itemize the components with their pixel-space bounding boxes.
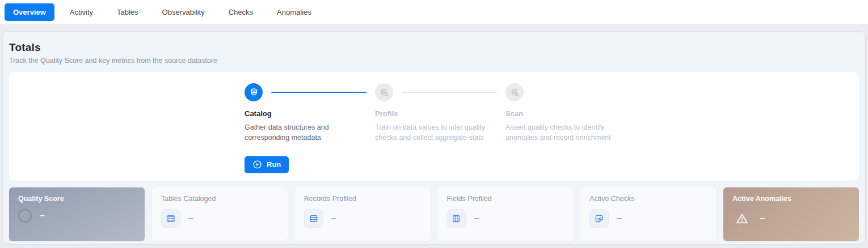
metric-value: – <box>331 213 336 224</box>
metric-label: Quality Score <box>18 195 136 203</box>
database-icon <box>245 83 263 101</box>
metric-label: Records Profiled <box>304 195 422 203</box>
table-grid-icon <box>161 209 180 228</box>
metric-card-active-anomalies[interactable]: Active Anomalies – <box>723 187 859 241</box>
workflow-steps: Catalog Gather data structures and corre… <box>245 83 859 143</box>
step-scan-description: Assert quality checks to identify anomal… <box>505 123 627 143</box>
connector-line-catalog-profile <box>271 92 366 93</box>
step-catalog-description: Gather data structures and corresponding… <box>245 123 366 143</box>
metric-card-records-profiled[interactable]: Records Profiled – <box>295 187 431 241</box>
metric-label: Tables Cataloged <box>161 195 279 203</box>
score-ring-icon <box>18 209 32 223</box>
table-rows-icon <box>304 209 323 228</box>
metric-value: – <box>760 213 765 224</box>
step-profile: Profile Train on data values to infer qu… <box>375 83 505 143</box>
connector-line-profile-scan <box>402 92 497 93</box>
play-circle-icon <box>252 160 262 169</box>
page-title: Totals <box>9 41 859 54</box>
step-scan: Scan Assert quality checks to identify a… <box>505 83 636 143</box>
metric-label: Active Anomalies <box>732 195 850 203</box>
tab-overview[interactable]: Overview <box>5 3 54 21</box>
metric-value: – <box>40 211 45 221</box>
tab-bar: Overview Activity Tables Observability C… <box>0 0 868 24</box>
tab-checks[interactable]: Checks <box>220 3 262 21</box>
tab-observability[interactable]: Observability <box>154 3 213 21</box>
check-square-icon <box>589 209 609 228</box>
metric-card-active-checks[interactable]: Active Checks – <box>580 187 716 241</box>
metric-card-tables-cataloged[interactable]: Tables Cataloged – <box>152 187 288 241</box>
tab-activity[interactable]: Activity <box>61 3 102 21</box>
step-scan-label: Scan <box>505 109 636 118</box>
page-subtitle: Track the Quality Score and key metrics … <box>9 57 859 65</box>
run-button-label: Run <box>267 160 281 169</box>
metric-label: Active Checks <box>589 195 707 203</box>
step-profile-description: Train on data values to infer quality ch… <box>375 123 497 143</box>
step-profile-label: Profile <box>375 109 505 118</box>
metric-card-quality-score[interactable]: Quality Score – <box>9 187 145 241</box>
tab-tables[interactable]: Tables <box>108 3 147 21</box>
step-catalog-label: Catalog <box>245 109 375 118</box>
totals-panel: Totals Track the Quality Score and key m… <box>2 31 866 245</box>
metric-value: – <box>617 213 622 224</box>
step-catalog: Catalog Gather data structures and corre… <box>245 83 375 143</box>
workflow-card: Catalog Gather data structures and corre… <box>9 72 859 181</box>
metric-card-fields-profiled[interactable]: Fields Profiled – <box>437 187 573 241</box>
database-profile-icon <box>375 83 393 101</box>
metric-label: Fields Profiled <box>446 195 564 203</box>
metrics-row: Quality Score – Tables Cataloged – Re <box>9 187 859 241</box>
metric-value: – <box>474 213 479 224</box>
metric-value: – <box>188 213 193 224</box>
database-scan-icon <box>505 83 524 101</box>
warning-triangle-icon <box>732 209 752 228</box>
tab-anomalies[interactable]: Anomalies <box>268 3 320 21</box>
table-columns-icon <box>446 209 466 228</box>
run-button[interactable]: Run <box>245 156 289 173</box>
